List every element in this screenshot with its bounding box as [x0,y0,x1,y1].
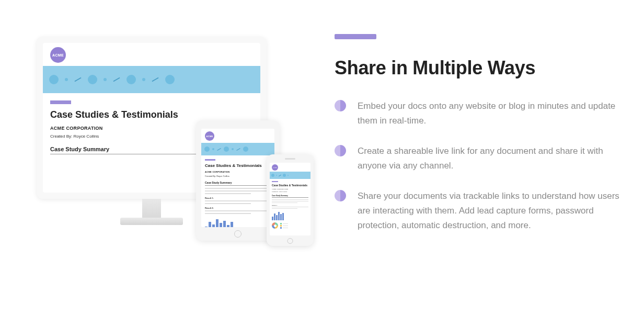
section-accent-bar [335,34,376,39]
bar-chart-icon [272,211,308,220]
home-button-icon [234,230,242,238]
document-byline: Created By: Royce Collins [205,175,271,177]
document-banner [43,66,260,93]
document-title: Case Studies & Testimonials [272,184,308,187]
document-title: Case Studies & Testimonials [50,109,253,120]
result-label: Result 2: [205,207,271,209]
acme-logo: ACME [272,164,278,171]
phone-screen: ACME Case Studies & Testimonials ACME CO… [270,163,310,235]
donut-chart-icon [272,222,278,229]
feature-item: Create a shareable live link for any doc… [335,144,623,173]
result-label: Result 1: [205,197,271,199]
phone-speaker-icon [285,158,295,160]
document-banner [201,143,274,155]
acme-logo: ACME [205,131,214,141]
monitor-stand [120,199,183,225]
bullet-icon [335,190,346,201]
feature-text: Share your documents via trackable links… [358,189,623,233]
document-accent-bar [272,181,278,182]
device-mockups: ACME Case Studies & Testimonials ACME CO… [21,31,314,267]
result-label: Result 1: [272,205,308,206]
tablet-screen: ACME Case Studies & Testimonials ACME CO… [201,129,274,227]
document-byline: Created By: Royce Collins [272,191,308,193]
bullet-icon [335,100,346,111]
home-button-icon [288,238,293,244]
acme-logo: ACME [50,47,66,63]
document-subtitle: ACME CORPORATION [205,171,271,173]
bullet-icon [335,145,346,156]
feature-text: Create a shareable live link for any doc… [358,144,623,173]
section-heading: Share in Multiple Ways [335,57,623,79]
document-accent-bar [205,159,215,161]
document-banner [270,172,310,179]
feature-item: Embed your docs onto any website or blog… [335,99,623,128]
document-section-heading: Case Study Summary [205,181,271,184]
document-section-heading: Case Study Summary [272,195,308,197]
document-subtitle: ACME CORPORATION [272,188,308,190]
bar-chart-icon [205,218,233,227]
document-accent-bar [50,100,71,104]
document-title: Case Studies & Testimonials [205,163,271,168]
feature-text: Embed your docs onto any website or blog… [358,99,623,128]
phone-device: ACME Case Studies & Testimonials ACME CO… [267,154,314,246]
feature-item: Share your documents via trackable links… [335,189,623,233]
